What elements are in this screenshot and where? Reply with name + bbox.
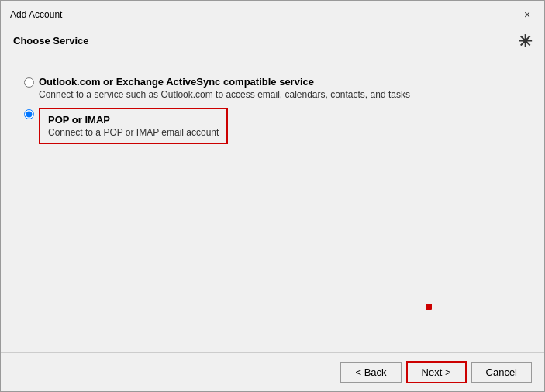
- option-pop-imap[interactable]: POP or IMAP Connect to a POP or IMAP ema…: [24, 108, 521, 144]
- content-area: Outlook.com or Exchange ActiveSync compa…: [1, 57, 544, 352]
- section-title: Choose Service: [13, 35, 89, 46]
- add-account-dialog: Add Account × Choose Service ✳ Outlook.c…: [0, 0, 545, 392]
- cursor-icon: ✳: [518, 33, 532, 50]
- option-exchange-title: Outlook.com or Exchange ActiveSync compa…: [39, 76, 410, 88]
- footer: < Back Next > Cancel: [1, 352, 544, 391]
- option-exchange-desc: Connect to a service such as Outlook.com…: [39, 89, 410, 100]
- option-pop-imap-title: POP or IMAP: [48, 114, 219, 126]
- radio-exchange[interactable]: [24, 77, 34, 88]
- radio-pop-imap[interactable]: [24, 109, 34, 119]
- option-exchange[interactable]: Outlook.com or Exchange ActiveSync compa…: [24, 76, 521, 100]
- dialog-title: Add Account: [10, 9, 62, 20]
- section-header: Choose Service ✳: [1, 27, 544, 57]
- cancel-button[interactable]: Cancel: [471, 362, 532, 383]
- title-bar: Add Account ×: [1, 1, 544, 27]
- close-button[interactable]: ×: [519, 7, 535, 22]
- red-dot-decoration: [426, 304, 432, 310]
- next-button[interactable]: Next >: [406, 361, 467, 383]
- option-pop-imap-desc: Connect to a POP or IMAP email account: [48, 127, 219, 138]
- back-button[interactable]: < Back: [340, 362, 401, 383]
- pop-imap-box: POP or IMAP Connect to a POP or IMAP ema…: [39, 108, 228, 144]
